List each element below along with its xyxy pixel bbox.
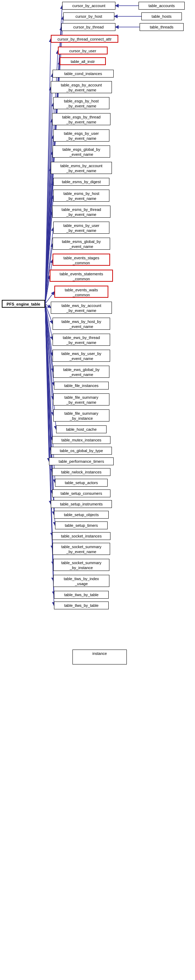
svg-line-20 [45, 228, 53, 304]
svg-line-48 [45, 304, 54, 605]
node-table-host-cache[interactable]: table_host_cache [56, 425, 106, 433]
svg-line-44 [45, 304, 52, 549]
node-table-events-waits-common[interactable]: table_events_waits_common [54, 286, 108, 298]
node-table-accounts[interactable]: table_accounts [138, 2, 185, 10]
svg-line-25 [45, 304, 51, 308]
node-instance[interactable]: instance [73, 649, 127, 665]
svg-line-10 [45, 74, 52, 304]
node-table-ews-by-thread[interactable]: table_ews_by_thread_by_event_name [52, 334, 110, 346]
svg-line-16 [45, 168, 51, 304]
svg-line-19 [45, 212, 52, 304]
node-table-esms-by-digest[interactable]: table_esms_by_digest [53, 178, 109, 186]
svg-line-32 [45, 304, 53, 415]
diagram-container: cursor_by_account cursor_by_host cursor_… [0, 0, 195, 980]
svg-line-31 [45, 304, 53, 399]
node-table-esgs-by-user[interactable]: table_esgs_by_user_by_event_name [53, 129, 109, 142]
node-table-ews-by-account[interactable]: table_ews_by_account_by_event_name [51, 302, 112, 314]
node-table-file-instances[interactable]: table_file_instances [54, 382, 109, 390]
node-table-setup-objects[interactable]: table_setup_objects [54, 511, 109, 519]
node-table-rwlock-instances[interactable]: table_rwlock_instances [52, 468, 111, 476]
node-table-os-global-by-type[interactable]: table_os_global_by_type [51, 447, 112, 455]
node-table-ews-by-host[interactable]: table_ews_by_host_by_event_name [52, 318, 110, 330]
node-table-hosts[interactable]: table_hosts [141, 13, 182, 20]
node-cursor-by-host[interactable]: cursor_by_host [63, 13, 114, 20]
node-table-esgs-by-host[interactable]: table_esgs_by_host_by_event_name [53, 97, 109, 109]
node-table-events-statements-common[interactable]: table_events_statements_common [50, 270, 113, 282]
node-table-events-stages-common[interactable]: table_events_stages_common [52, 254, 110, 266]
node-cursor-by-thread[interactable]: cursor_by_thread [62, 23, 116, 31]
svg-line-17 [45, 182, 53, 304]
node-table-setup-consumers[interactable]: table_setup_consumers [52, 490, 111, 497]
node-table-cond-instances[interactable]: table_cond_instances [52, 70, 114, 78]
node-table-tiws-by-table[interactable]: table_tiws_by_table [54, 591, 109, 599]
node-table-setup-actors[interactable]: table_setup_actors [55, 479, 108, 487]
node-table-ews-by-user[interactable]: table_ews_by_user_by_event_name [52, 350, 110, 362]
node-table-threads[interactable]: table_threads [140, 23, 184, 31]
svg-line-34 [45, 304, 52, 440]
node-table-esms-by-account[interactable]: table_esms_by_account_by_event_name [51, 162, 112, 174]
node-table-mutex-instances[interactable]: table_mutex_instances [52, 436, 111, 444]
node-table-setup-timers[interactable]: table_setup_timers [55, 522, 108, 529]
node-table-esms-by-host[interactable]: table_esms_by_host_by_event_name [53, 189, 109, 202]
node-table-tiws-by-index-usage[interactable]: table_tiws_by_index_usage [53, 575, 109, 587]
node-table-esgs-global[interactable]: table_esgs_global_by_event_name [52, 145, 110, 158]
svg-line-22 [45, 260, 52, 304]
node-pfs-engine-table[interactable]: PFS_engine_table [2, 300, 45, 308]
node-table-socket-summary-by-event[interactable]: table_socket_summary_by_event_name [52, 543, 110, 555]
node-table-ews-global[interactable]: table_ews_global_by_event_name [53, 366, 109, 378]
node-table-all-instr[interactable]: table_all_instr [60, 57, 106, 65]
node-table-esms-by-user[interactable]: table_esms_by_user_by_event_name [53, 222, 109, 234]
node-table-setup-instruments[interactable]: table_setup_instruments [51, 500, 112, 508]
node-cursor-by-thread-connect-attr[interactable]: cursor_by_thread_connect_attr [51, 35, 118, 43]
svg-line-45 [45, 304, 53, 565]
node-table-esgs-by-account[interactable]: table_esgs_by_account_by_event_name [51, 81, 112, 93]
node-table-tlws-by-table[interactable]: table_tlws_by_table [54, 601, 109, 609]
node-table-socket-summary-by-instance[interactable]: table_socket_summary_by_instance [53, 559, 109, 571]
node-table-esgs-by-thread[interactable]: table_esgs_by_thread_by_event_name [52, 113, 111, 125]
svg-line-36 [45, 304, 49, 461]
node-cursor-by-account[interactable]: cursor_by_account [62, 2, 116, 10]
svg-line-40 [45, 304, 51, 504]
node-table-esms-by-thread[interactable]: table_esms_by_thread_by_event_name [52, 205, 111, 218]
node-table-socket-instances[interactable]: table_socket_instances [52, 532, 111, 540]
node-table-file-summary-by-event[interactable]: table_file_summary_by_event_name [53, 393, 109, 406]
node-table-file-summary-by-instance[interactable]: table_file_summary_by_instance [53, 409, 109, 422]
svg-line-29 [45, 304, 53, 372]
node-table-esms-global[interactable]: table_esms_global_by_event_name [52, 238, 110, 250]
svg-line-23 [45, 276, 50, 304]
node-table-performance-timers[interactable]: table_performance_timers [49, 457, 114, 465]
node-cursor-by-user[interactable]: cursor_by_user [58, 46, 108, 54]
svg-line-35 [45, 304, 51, 451]
svg-line-7 [45, 39, 51, 304]
